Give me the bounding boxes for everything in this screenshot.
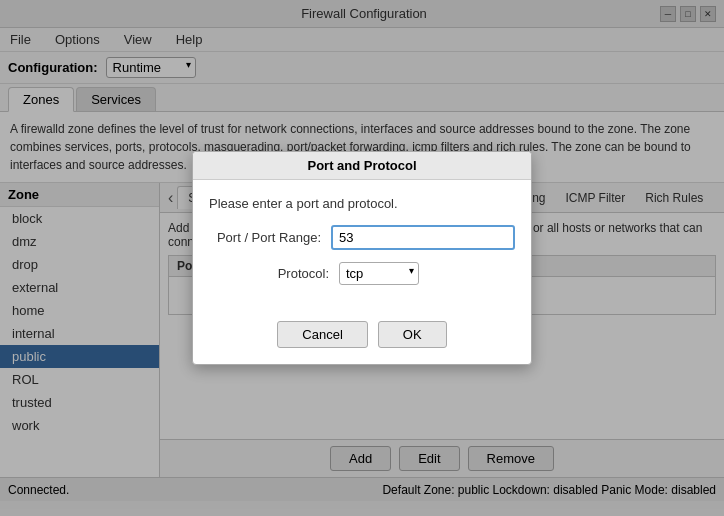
dialog-title: Port and Protocol	[193, 152, 531, 180]
ok-button[interactable]: OK	[378, 321, 447, 348]
dialog-description: Please enter a port and protocol.	[209, 196, 515, 211]
cancel-button[interactable]: Cancel	[277, 321, 367, 348]
protocol-label: Protocol:	[209, 266, 339, 281]
port-label: Port / Port Range:	[209, 230, 331, 245]
dialog-body: Please enter a port and protocol. Port /…	[193, 180, 531, 313]
port-input[interactable]	[331, 225, 515, 250]
protocol-select-wrapper[interactable]: tcp udp sctp dccp	[339, 262, 419, 285]
protocol-row: Protocol: tcp udp sctp dccp	[209, 262, 515, 285]
dialog-buttons: Cancel OK	[193, 313, 531, 364]
port-row: Port / Port Range:	[209, 225, 515, 250]
port-protocol-dialog: Port and Protocol Please enter a port an…	[192, 151, 532, 365]
protocol-select[interactable]: tcp udp sctp dccp	[339, 262, 419, 285]
dialog-overlay: Port and Protocol Please enter a port an…	[0, 0, 724, 516]
